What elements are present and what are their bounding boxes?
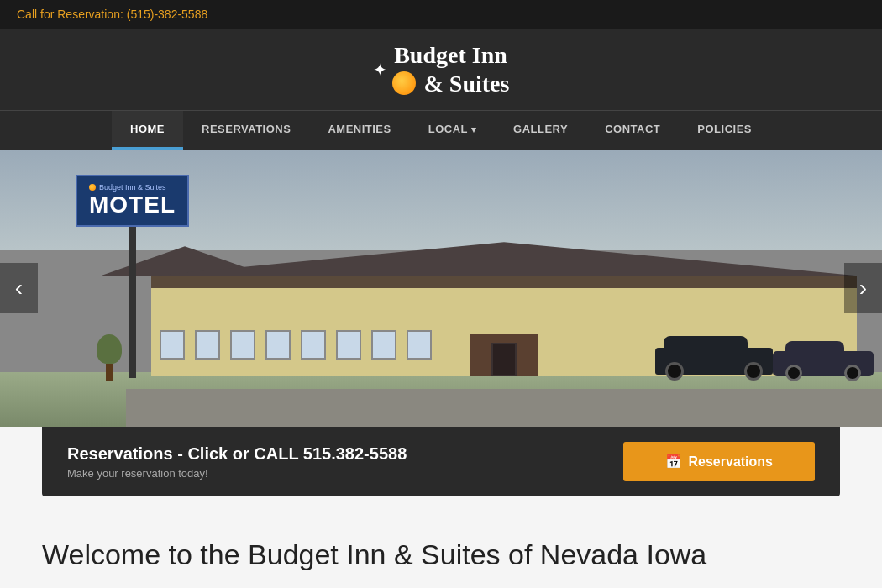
hero-prev-button[interactable]: ‹ [0, 263, 38, 313]
logo-sun-icon [392, 71, 416, 95]
welcome-section: Welcome to the Budget Inn & Suites of Ne… [0, 513, 882, 588]
sign-dot [89, 184, 96, 191]
sign-pole [129, 227, 136, 378]
nav-item-home[interactable]: HOME [112, 111, 183, 150]
nav-item-amenities[interactable]: AMENITIES [309, 111, 409, 150]
nav-link-local[interactable]: LOCAL [410, 111, 495, 147]
nav-link-home[interactable]: HOME [112, 111, 183, 150]
welcome-text: The Budget Inn & Suites provides comfort… [42, 583, 840, 588]
nav-link-contact[interactable]: CONTACT [586, 111, 679, 147]
window [195, 330, 220, 360]
nav-item-gallery[interactable]: GALLERY [495, 111, 586, 150]
nav-item-reservations[interactable]: RESERVATIONS [183, 111, 309, 150]
window [371, 330, 396, 360]
window [230, 330, 255, 360]
nav-link-policies[interactable]: POLICIES [679, 111, 770, 147]
header: ✦ Budget Inn & Suites [0, 29, 882, 110]
parking-lot [126, 389, 882, 427]
reservation-button[interactable]: 📅 Reservations [623, 442, 816, 481]
hero-section: Budget Inn & Suites MOTEL ‹ › [0, 150, 882, 427]
suv-wheel-front [744, 362, 763, 381]
welcome-title: Welcome to the Budget Inn & Suites of Ne… [42, 538, 840, 571]
banner-title: Reservations - Click or CALL 515.382-558… [67, 444, 407, 464]
window [265, 330, 291, 360]
nav-list: HOME RESERVATIONS AMENITIES LOCAL GALLER… [0, 111, 882, 150]
reservation-btn-label: Reservations [689, 454, 774, 470]
suv-wheel-back [665, 362, 684, 381]
calendar-icon: 📅 [665, 454, 682, 470]
car-wheel-front [844, 365, 861, 381]
logo-text: Budget Inn & Suites [392, 41, 510, 97]
nav-link-gallery[interactable]: GALLERY [495, 111, 586, 147]
motel-sign: Budget Inn & Suites MOTEL [76, 175, 189, 378]
sign-board: Budget Inn & Suites MOTEL [76, 175, 189, 227]
nav-link-amenities[interactable]: AMENITIES [309, 111, 409, 147]
hero-next-button[interactable]: › [844, 263, 882, 313]
window [336, 330, 361, 360]
suv-vehicle [655, 339, 773, 385]
car-wheel-back [785, 365, 802, 381]
reservation-banner: Reservations - Click or CALL 515.382-558… [42, 427, 840, 496]
star-icon: ✦ [373, 60, 387, 80]
banner-text: Reservations - Click or CALL 515.382-558… [67, 444, 407, 480]
window [407, 330, 432, 360]
roof-main [151, 242, 857, 276]
nav-item-policies[interactable]: POLICIES [679, 111, 770, 150]
banner-subtitle: Make your reservation today! [67, 467, 407, 480]
phone-link[interactable]: Call for Reservation: (515)-382-5588 [17, 8, 207, 21]
window [301, 330, 326, 360]
nav-link-reservations[interactable]: RESERVATIONS [183, 111, 309, 147]
navbar: HOME RESERVATIONS AMENITIES LOCAL GALLER… [0, 110, 882, 150]
sign-brand: Budget Inn & Suites [89, 183, 176, 192]
sign-motel-text: MOTEL [89, 192, 176, 218]
nav-item-contact[interactable]: CONTACT [586, 111, 679, 150]
car-vehicle [773, 343, 874, 385]
nav-item-local[interactable]: LOCAL [410, 111, 495, 150]
top-bar: Call for Reservation: (515)-382-5588 [0, 0, 882, 29]
logo-container[interactable]: ✦ Budget Inn & Suites [373, 41, 510, 97]
